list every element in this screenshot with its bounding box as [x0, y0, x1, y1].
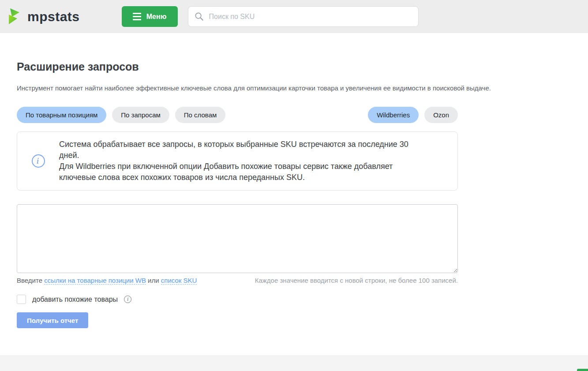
- tab-by-products[interactable]: По товарным позициям: [17, 107, 106, 123]
- info-banner-text: Система обрабатывает все запросы, в кото…: [59, 139, 421, 183]
- get-report-button[interactable]: Получить отчет: [17, 312, 88, 328]
- mpstats-logo-icon: [6, 8, 23, 26]
- filters-row: По товарным позициям По запросам По слов…: [17, 107, 458, 123]
- main-content: Расширение запросов Инструмент помогает …: [0, 60, 588, 328]
- info-icon: i: [32, 154, 45, 168]
- menu-button[interactable]: Меню: [122, 6, 178, 27]
- similar-products-info-icon[interactable]: i: [124, 296, 131, 303]
- tab-wildberries[interactable]: Wildberries: [368, 107, 419, 123]
- info-icon-column: i: [17, 154, 59, 168]
- info-line-2: Для Wildberries при включенной опции Доб…: [59, 161, 421, 183]
- hamburger-icon: [133, 13, 141, 20]
- search-icon: [195, 12, 204, 21]
- similar-products-row: добавить похожие товары i: [17, 295, 571, 304]
- marketplace-tabs: Wildberries Ozon: [368, 107, 458, 123]
- link-product-positions-wb[interactable]: ссылки на товарные позиции WB: [44, 277, 146, 285]
- page-title: Расширение запросов: [17, 60, 571, 73]
- sku-search-box: [188, 6, 419, 27]
- logo-text: mpstats: [27, 9, 80, 24]
- link-sku-list[interactable]: список SKU: [161, 277, 197, 285]
- page-description: Инструмент помогает найти наиболее эффек…: [17, 84, 571, 92]
- tab-ozon[interactable]: Ozon: [424, 107, 458, 123]
- mode-tabs: По товарным позициям По запросам По слов…: [17, 107, 225, 123]
- top-header: mpstats Меню: [0, 0, 588, 33]
- info-line-1: Система обрабатывает все запросы, в кото…: [59, 139, 421, 161]
- hint-row: Введите ссылки на товарные позиции WB ил…: [17, 277, 458, 284]
- chat-widget-button[interactable]: [577, 369, 588, 371]
- hint-middle: или: [146, 277, 161, 284]
- similar-products-checkbox[interactable]: [17, 295, 26, 304]
- tab-by-queries[interactable]: По запросам: [112, 107, 169, 123]
- menu-button-label: Меню: [146, 13, 167, 21]
- input-hint: Введите ссылки на товарные позиции WB ил…: [17, 277, 197, 284]
- footer-strip: [0, 355, 588, 371]
- info-banner: i Система обрабатывает все запросы, в ко…: [17, 131, 458, 191]
- search-input[interactable]: [209, 13, 412, 21]
- mpstats-logo[interactable]: mpstats: [6, 8, 80, 26]
- sku-list-textarea[interactable]: [17, 204, 458, 273]
- similar-products-label: добавить похожие товары: [32, 296, 118, 304]
- hint-prefix: Введите: [17, 277, 44, 284]
- input-note: Каждое значение вводится с новой строки,…: [255, 277, 458, 284]
- tab-by-words[interactable]: По словам: [175, 107, 226, 123]
